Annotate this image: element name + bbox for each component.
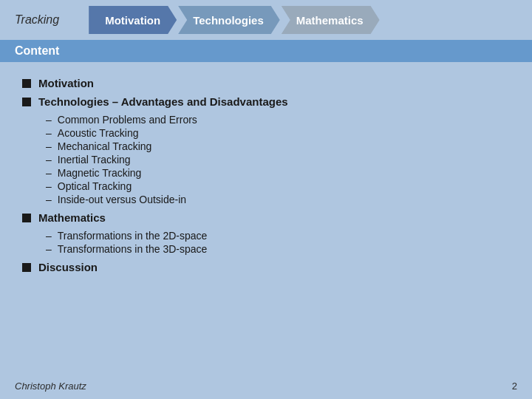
list-item: – Inertial Tracking [46,154,510,166]
tab-technologies-label: Technologies [193,14,264,27]
bullet-square-icon [22,214,31,222]
subitem-label: Common Problems and Errors [58,114,197,126]
list-item: – Optical Tracking [46,180,510,192]
main-content: Motivation Technologies – Advantages and… [0,62,532,294]
slide: Tracking Motivation Technologies Mathema… [0,0,532,399]
subitem-label: Inside-out versus Outside-in [58,194,186,205]
list-item: – Transformations in the 2D-space [46,230,510,242]
subitem-label: Transformations in the 3D-space [58,243,208,255]
bullet-discussion: Discussion [22,261,510,273]
tabs-container: Motivation Technologies Mathematics [89,6,379,34]
list-item: – Acoustic Tracking [46,127,510,139]
subitem-label: Transformations in the 2D-space [58,230,208,242]
subitem-label: Optical Tracking [58,180,132,192]
bullet-mathematics: Mathematics [22,211,510,224]
bullet-square-icon [22,263,31,272]
mathematics-subitems: – Transformations in the 2D-space – Tran… [46,230,510,255]
subitem-label: Inertial Tracking [58,154,131,166]
tab-technologies[interactable]: Technologies [178,6,280,34]
tab-mathematics-label: Mathematics [296,14,364,27]
list-item: – Transformations in the 3D-space [46,243,510,255]
footer: Christoph Krautz 2 [15,381,517,392]
content-bar: Content [0,40,532,62]
bullet-discussion-label: Discussion [38,261,98,273]
slide-title: Tracking [15,13,59,27]
list-item: – Inside-out versus Outside-in [46,194,510,205]
list-item: – Mechanical Tracking [46,140,510,152]
bullet-motivation: Motivation [22,77,510,89]
tab-motivation-label: Motivation [105,14,160,27]
bullet-square-icon [22,79,31,88]
bullet-technologies-label: Technologies – Advantages and Disadvanta… [38,95,288,108]
tab-mathematics[interactable]: Mathematics [282,6,380,34]
bullet-technologies: Technologies – Advantages and Disadvanta… [22,95,510,108]
list-item: – Magnetic Tracking [46,167,510,179]
tab-motivation[interactable]: Motivation [89,6,177,34]
footer-author: Christoph Krautz [15,381,86,392]
subitem-label: Magnetic Tracking [58,167,142,179]
subitem-label: Mechanical Tracking [58,140,152,152]
list-item: – Common Problems and Errors [46,114,510,126]
bullet-mathematics-label: Mathematics [38,211,106,224]
technologies-subitems: – Common Problems and Errors – Acoustic … [46,114,510,205]
top-nav: Tracking Motivation Technologies Mathema… [0,0,532,40]
footer-page: 2 [512,381,517,392]
bullet-motivation-label: Motivation [38,77,94,89]
bullet-square-icon [22,98,31,106]
subitem-label: Acoustic Tracking [58,127,139,139]
